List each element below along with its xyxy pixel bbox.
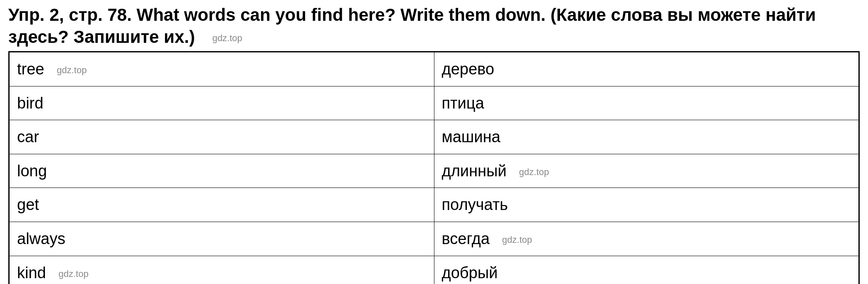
russian-cell: машина	[434, 120, 859, 154]
english-cell: kindgdz.top	[10, 256, 434, 284]
table-row: carмашина	[10, 120, 859, 154]
russian-word: птица	[442, 94, 484, 112]
english-word: kind	[17, 264, 46, 282]
table-row: alwaysвсегдаgdz.top	[10, 222, 859, 256]
english-word: always	[17, 230, 65, 247]
table-row: birdптица	[10, 86, 859, 120]
watermark: gdz.top	[59, 266, 89, 282]
english-cell: long	[10, 154, 434, 188]
watermark: gdz.top	[502, 232, 532, 247]
russian-cell: получать	[434, 188, 859, 222]
table-row: longдлинныйgdz.top	[10, 154, 859, 188]
english-cell: car	[10, 120, 434, 154]
table-row: getполучать	[10, 188, 859, 222]
russian-cell: дерево	[434, 52, 859, 86]
english-cell: get	[10, 188, 434, 222]
russian-cell: длинныйgdz.top	[434, 154, 859, 188]
russian-word: длинный	[442, 162, 507, 180]
watermark: gdz.top	[57, 62, 86, 78]
russian-word: машина	[442, 128, 501, 146]
answer-table: treegdz.topдеревоbirdптицаcarмашинаlongд…	[9, 52, 859, 284]
russian-cell: всегдаgdz.top	[434, 222, 859, 256]
english-word: tree	[17, 60, 44, 78]
table-row: treegdz.topдерево	[10, 52, 859, 86]
english-word: bird	[17, 94, 43, 112]
russian-cell: птица	[434, 86, 859, 120]
russian-word: всегда	[442, 230, 490, 247]
english-word: get	[17, 196, 39, 213]
english-cell: treegdz.top	[10, 52, 434, 86]
russian-word: добрый	[442, 264, 498, 282]
page-container: Упр. 2, стр. 78. What words can you find…	[0, 0, 868, 284]
answer-table-wrapper: treegdz.topдеревоbirdптицаcarмашинаlongд…	[8, 51, 860, 284]
russian-word: получать	[442, 196, 508, 213]
watermark: gdz.top	[519, 164, 549, 180]
english-cell: bird	[10, 86, 434, 120]
title-text: Упр. 2, стр. 78. What words can you find…	[8, 5, 816, 47]
header-watermark: gdz.top	[212, 32, 242, 44]
english-word: long	[17, 162, 47, 180]
russian-word: дерево	[442, 60, 494, 78]
russian-cell: добрый	[434, 256, 859, 284]
exercise-title: Упр. 2, стр. 78. What words can you find…	[8, 4, 860, 48]
table-row: kindgdz.topдобрый	[10, 256, 859, 284]
english-cell: always	[10, 222, 434, 256]
english-word: car	[17, 128, 39, 146]
